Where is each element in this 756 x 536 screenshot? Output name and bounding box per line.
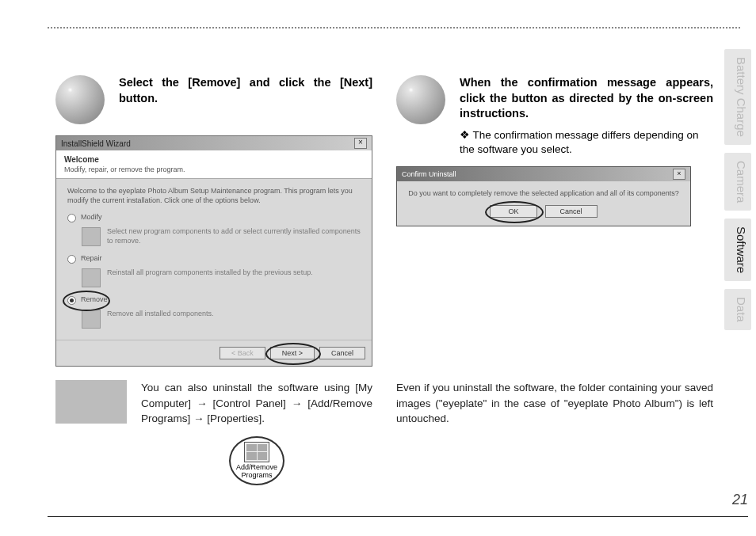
tab-software[interactable]: Software <box>724 219 751 281</box>
add-remove-programs-icon: Add/Remove Programs <box>229 436 284 485</box>
ok-button[interactable]: OK <box>490 205 536 218</box>
radio-icon <box>67 255 76 264</box>
option-modify-label: Modify <box>81 213 102 221</box>
icon-label-2: Programs <box>241 472 272 480</box>
tab-camera[interactable]: Camera <box>724 153 751 211</box>
bullet-sphere-icon <box>396 75 445 124</box>
bullet-sphere-icon <box>55 75 105 124</box>
radio-icon <box>67 214 76 222</box>
top-dotted-divider <box>48 27 740 29</box>
remove-highlight-circle <box>63 291 110 311</box>
gray-square-icon <box>55 380 127 424</box>
option-remove[interactable]: Remove <box>67 295 361 305</box>
repair-icon <box>82 268 101 287</box>
right-note: ❖ The confirmation message differs depen… <box>460 128 713 157</box>
right-column: When the confirmation message appears, c… <box>396 75 713 367</box>
dialog-header-title: Welcome <box>64 155 364 164</box>
next-button[interactable]: Next > <box>270 347 315 359</box>
confirm-msg: Do you want to completely remove the sel… <box>405 189 682 197</box>
confirm-titlebar: Confirm Uninstall × <box>397 167 690 181</box>
modify-icon <box>82 227 101 246</box>
installshield-dialog: InstallShield Wizard × Welcome Modify, r… <box>55 135 372 367</box>
bottom-right-block: Even if you uninstall the software, the … <box>396 380 713 485</box>
repair-desc: Reinstall all program components install… <box>107 268 313 278</box>
confirm-title-text: Confirm Uninstall <box>402 170 456 178</box>
confirm-dialog: Confirm Uninstall × Do you want to compl… <box>396 166 691 226</box>
left-column: Select the [Remove] and click the [Next]… <box>55 75 372 367</box>
dialog-title-text: InstallShield Wizard <box>61 139 131 148</box>
page-number: 21 <box>732 492 748 508</box>
bottom-left-text: You can also uninstall the software usin… <box>141 380 372 427</box>
dialog-header: Welcome Modify, repair, or remove the pr… <box>56 150 372 179</box>
tab-data[interactable]: Data <box>724 289 751 330</box>
dialog-body-msg: Welcome to the eyeplate Photo Album Setu… <box>67 187 361 205</box>
modify-desc: Select new program components to add or … <box>107 227 361 245</box>
bottom-left-block: You can also uninstall the software usin… <box>55 380 372 485</box>
option-repair[interactable]: Repair <box>67 254 361 264</box>
close-icon[interactable]: × <box>673 169 685 180</box>
note-prefix-icon: ❖ <box>460 129 470 141</box>
right-heading: When the confirmation message appears, c… <box>460 75 713 122</box>
left-heading: Select the [Remove] and click the [Next]… <box>119 75 372 106</box>
remove-icon <box>82 310 101 329</box>
dialog-body: Welcome to the eyeplate Photo Album Setu… <box>56 179 372 340</box>
side-tabs: Battery Charge Camera Software Data <box>724 49 751 330</box>
close-icon[interactable]: × <box>354 138 367 149</box>
note-text: The confirmation message differs dependi… <box>460 129 698 155</box>
back-button: < Back <box>220 347 265 359</box>
window-grid-icon <box>244 442 269 462</box>
dialog-footer: < Back Next > Cancel <box>56 340 372 366</box>
cancel-button[interactable]: Cancel <box>545 205 598 218</box>
dialog-header-sub: Modify, repair, or remove the program. <box>64 165 364 173</box>
option-repair-label: Repair <box>81 254 102 262</box>
option-modify[interactable]: Modify <box>67 213 361 222</box>
remove-desc: Remove all installed components. <box>107 310 214 319</box>
footer-divider <box>48 516 748 517</box>
dialog-titlebar: InstallShield Wizard × <box>56 136 372 150</box>
tab-battery[interactable]: Battery Charge <box>724 49 751 145</box>
bottom-right-text: Even if you uninstall the software, the … <box>396 380 713 427</box>
cancel-button[interactable]: Cancel <box>319 347 365 359</box>
